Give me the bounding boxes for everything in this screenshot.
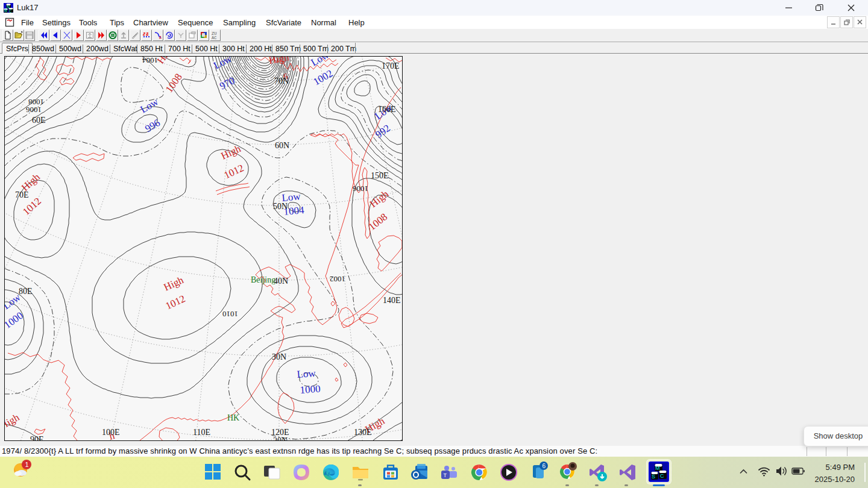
svg-text:120E: 120E (271, 428, 289, 437)
svg-text:HK: HK (227, 413, 239, 422)
svg-text:1008: 1008 (163, 72, 184, 95)
svg-text:6: 6 (542, 463, 546, 469)
svg-text:1004: 1004 (142, 56, 159, 65)
svg-text:T: T (444, 472, 447, 478)
svg-text:140E: 140E (383, 296, 401, 305)
svg-text:50N: 50N (273, 202, 288, 211)
svg-text:1010: 1010 (222, 310, 238, 319)
svg-text:1012: 1012 (222, 162, 246, 181)
svg-text:C: C (9, 9, 11, 13)
svg-text:130E: 130E (354, 428, 372, 437)
svg-text:110E: 110E (193, 428, 210, 437)
svg-text:150E: 150E (371, 171, 389, 180)
svg-text:160E: 160E (378, 105, 396, 114)
svg-text:70E: 70E (15, 190, 29, 199)
svg-text:M: M (655, 465, 660, 471)
svg-text:100E: 100E (102, 428, 120, 437)
svg-text:1012: 1012 (164, 293, 187, 312)
svg-text:60E: 60E (32, 116, 46, 125)
svg-text:20N: 20N (273, 436, 288, 441)
svg-text:1000: 1000 (4, 310, 25, 331)
svg-text:1006: 1006 (353, 184, 369, 193)
svg-text:992: 992 (373, 122, 392, 140)
svg-text:970: 970 (218, 75, 236, 92)
svg-text:1006: 1006 (26, 105, 42, 114)
svg-text:High: High (4, 411, 22, 432)
svg-text:1: 1 (25, 461, 29, 468)
svg-text:1000: 1000 (300, 383, 321, 396)
svg-text:90E: 90E (30, 435, 44, 441)
svg-text:996: 996 (143, 117, 162, 134)
svg-text:70N: 70N (274, 77, 289, 86)
svg-text:40N: 40N (274, 277, 288, 286)
svg-text:C: C (660, 473, 664, 479)
svg-text:30N: 30N (272, 352, 286, 361)
svg-text:High: High (368, 188, 391, 210)
svg-text:AC: AC (212, 36, 216, 40)
svg-text:High: High (162, 274, 186, 293)
svg-text:B: B (4, 8, 7, 13)
svg-text:60N: 60N (275, 141, 289, 150)
svg-text:S: S (652, 474, 655, 480)
svg-text:170E: 170E (382, 61, 400, 70)
svg-text:1008: 1008 (28, 98, 44, 107)
svg-text:Low: Low (297, 368, 316, 380)
svg-text:Low: Low (212, 56, 234, 72)
svg-text:Beijing: Beijing (251, 275, 275, 284)
svg-text:80E: 80E (19, 287, 33, 296)
svg-text:High: High (268, 56, 290, 66)
svg-text:1002: 1002 (330, 275, 345, 284)
svg-text:High: High (219, 143, 243, 162)
